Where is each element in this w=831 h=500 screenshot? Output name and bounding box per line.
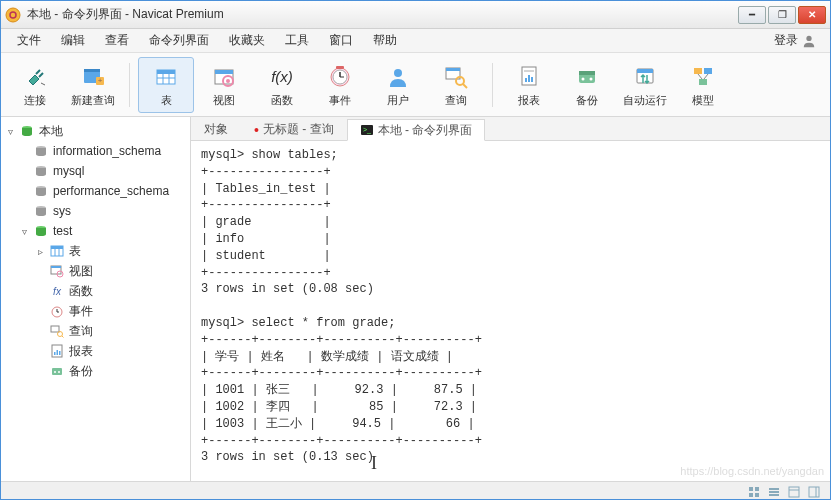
tree-item[interactable]: ▿本地 bbox=[1, 121, 190, 141]
svg-rect-25 bbox=[446, 68, 460, 71]
tab[interactable]: >_本地 - 命令列界面 bbox=[347, 119, 486, 141]
svg-point-1 bbox=[806, 35, 811, 40]
expand-icon[interactable]: ▿ bbox=[5, 126, 15, 137]
toolbar-view[interactable]: 视图 bbox=[196, 57, 252, 113]
status-detail-icon[interactable] bbox=[784, 486, 804, 498]
sidebar-tree[interactable]: ▿本地information_schemamysqlperformance_sc… bbox=[1, 117, 191, 481]
tree-label: mysql bbox=[53, 164, 84, 178]
tree-item[interactable]: fx函数 bbox=[1, 281, 190, 301]
svg-rect-41 bbox=[699, 79, 707, 85]
tree-item[interactable]: information_schema bbox=[1, 141, 190, 161]
toolbar-label: 函数 bbox=[271, 93, 293, 108]
user-icon bbox=[384, 61, 412, 93]
toolbar-fx[interactable]: f(x)函数 bbox=[254, 57, 310, 113]
tree-item[interactable]: 报表 bbox=[1, 341, 190, 361]
toolbar-backup[interactable]: 备份 bbox=[559, 57, 615, 113]
status-list-icon[interactable] bbox=[764, 486, 784, 498]
toolbar-label: 事件 bbox=[329, 93, 351, 108]
toolbar-auto[interactable]: 自动运行 bbox=[617, 57, 673, 113]
tree-label: 本地 bbox=[39, 123, 63, 140]
status-panel-icon[interactable] bbox=[804, 486, 824, 498]
toolbar-search[interactable]: 查询 bbox=[428, 57, 484, 113]
menu-console[interactable]: 命令列界面 bbox=[139, 29, 219, 52]
tree-item[interactable]: 事件 bbox=[1, 301, 190, 321]
user-icon bbox=[802, 34, 816, 48]
maximize-button[interactable]: ❐ bbox=[768, 6, 796, 24]
menu-edit[interactable]: 编辑 bbox=[51, 29, 95, 52]
tree-item[interactable]: ▿test bbox=[1, 221, 190, 241]
menu-tools[interactable]: 工具 bbox=[275, 29, 319, 52]
tree-label: 查询 bbox=[69, 323, 93, 340]
toolbar-label: 查询 bbox=[445, 93, 467, 108]
tree-item[interactable]: ▹表 bbox=[1, 241, 190, 261]
svg-rect-79 bbox=[769, 494, 779, 496]
toolbar-user[interactable]: 用户 bbox=[370, 57, 426, 113]
tree-item[interactable]: sys bbox=[1, 201, 190, 221]
view-icon bbox=[210, 61, 238, 93]
svg-line-2 bbox=[36, 70, 40, 74]
table-icon bbox=[49, 244, 65, 258]
toolbar-model[interactable]: 模型 bbox=[675, 57, 731, 113]
toolbar-event[interactable]: 事件 bbox=[312, 57, 368, 113]
svg-rect-80 bbox=[789, 487, 799, 497]
backup-icon bbox=[49, 364, 65, 378]
tab[interactable]: •无标题 - 查询 bbox=[241, 118, 347, 140]
tree-label: test bbox=[53, 224, 72, 238]
tree-item[interactable]: performance_schema bbox=[1, 181, 190, 201]
svg-line-42 bbox=[698, 74, 702, 79]
menu-file[interactable]: 文件 bbox=[7, 29, 51, 52]
tree-item[interactable]: mysql bbox=[1, 161, 190, 181]
db-gray-icon bbox=[33, 204, 49, 218]
tree-item[interactable]: 备份 bbox=[1, 361, 190, 381]
toolbar-query[interactable]: +新建查询 bbox=[65, 57, 121, 113]
svg-rect-30 bbox=[528, 75, 530, 82]
login-button[interactable]: 登录 bbox=[766, 29, 824, 52]
tree-item[interactable]: 视图 bbox=[1, 261, 190, 281]
svg-point-70 bbox=[58, 371, 60, 373]
svg-text:>_: >_ bbox=[363, 126, 371, 134]
tree-label: 事件 bbox=[69, 303, 93, 320]
svg-rect-78 bbox=[769, 491, 779, 493]
tree-label: information_schema bbox=[53, 144, 161, 158]
login-label: 登录 bbox=[774, 32, 798, 49]
close-button[interactable]: ✕ bbox=[798, 6, 826, 24]
svg-point-36 bbox=[590, 78, 593, 81]
menu-favorites[interactable]: 收藏夹 bbox=[219, 29, 275, 52]
report-icon bbox=[49, 344, 65, 358]
tab[interactable]: 对象 bbox=[191, 118, 241, 140]
tree-label: sys bbox=[53, 204, 71, 218]
tree-item[interactable]: 查询 bbox=[1, 321, 190, 341]
svg-text:f(x): f(x) bbox=[271, 68, 293, 85]
expand-icon[interactable]: ▿ bbox=[19, 226, 29, 237]
menu-help[interactable]: 帮助 bbox=[363, 29, 407, 52]
console-icon: >_ bbox=[360, 123, 374, 137]
status-grid-icon[interactable] bbox=[744, 486, 764, 498]
toolbar-plug[interactable]: 连接 bbox=[7, 57, 63, 113]
auto-icon bbox=[631, 61, 659, 93]
minimize-button[interactable]: ━ bbox=[738, 6, 766, 24]
watermark-text: https://blog.csdn.net/yangdan bbox=[680, 465, 824, 477]
svg-rect-61 bbox=[51, 326, 59, 332]
model-icon bbox=[689, 61, 717, 93]
tree-label: 函数 bbox=[69, 283, 93, 300]
svg-rect-5 bbox=[84, 69, 100, 72]
menu-view[interactable]: 查看 bbox=[95, 29, 139, 52]
toolbar-table[interactable]: 表 bbox=[138, 57, 194, 113]
event-icon bbox=[49, 304, 65, 318]
svg-text:fx: fx bbox=[53, 286, 62, 297]
expand-icon[interactable]: ▹ bbox=[35, 246, 45, 257]
toolbar-report[interactable]: 报表 bbox=[501, 57, 557, 113]
console-output[interactable]: mysql> show tables; +----------------+ |… bbox=[191, 141, 830, 481]
svg-line-3 bbox=[39, 73, 43, 77]
svg-point-69 bbox=[54, 371, 56, 373]
backup-icon bbox=[573, 61, 601, 93]
menu-window[interactable]: 窗口 bbox=[319, 29, 363, 52]
svg-rect-76 bbox=[755, 493, 759, 497]
toolbar-label: 视图 bbox=[213, 93, 235, 108]
svg-point-0 bbox=[6, 8, 20, 22]
svg-point-16 bbox=[226, 79, 230, 83]
svg-rect-73 bbox=[749, 487, 753, 491]
svg-rect-68 bbox=[52, 368, 62, 375]
svg-point-62 bbox=[58, 332, 63, 337]
report-icon bbox=[515, 61, 543, 93]
